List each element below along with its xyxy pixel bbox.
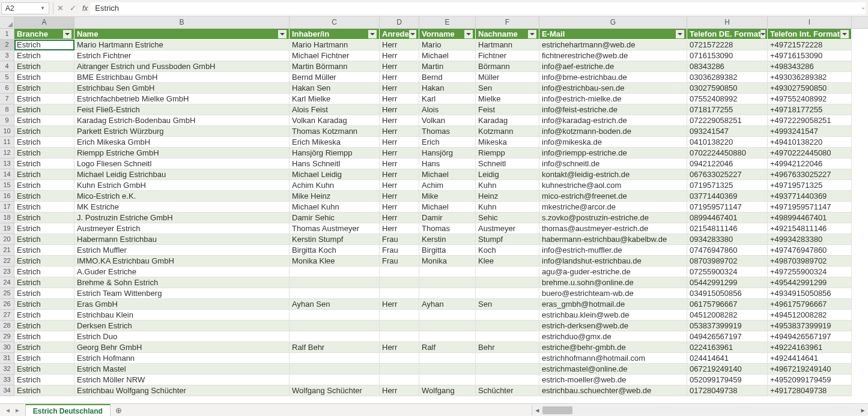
cell[interactable]: Estrich [14,169,74,180]
cell[interactable]: Thomas Kotzmann [290,126,380,137]
row-header[interactable]: 11 [0,137,14,148]
cell[interactable] [290,364,380,375]
tab-nav-prev-icon[interactable]: ◄ [5,407,11,414]
tab-nav-next-icon[interactable]: ► [14,407,20,414]
cell[interactable]: Riempp Estriche GmbH [74,148,290,158]
cell[interactable]: Behr [476,342,539,353]
scroll-left-icon[interactable]: ◄ [532,405,542,415]
column-header-A[interactable]: A [14,17,74,28]
cell[interactable]: J. Postruzin Estriche GmbH [74,213,290,223]
cell[interactable] [476,331,539,342]
row-header[interactable]: 8 [0,104,14,115]
cell[interactable]: Ralf Behr [290,342,380,353]
cell[interactable]: Wolfgang [419,385,476,396]
cell[interactable]: Achim Kuhn [290,180,380,191]
cell[interactable] [419,288,476,299]
cell[interactable]: habermann-estrichbau@kabelbw.de [539,234,687,245]
cell[interactable]: Volkan [419,115,476,126]
formula-input[interactable]: Estrich [90,2,866,14]
cell[interactable]: Thomas [419,126,476,137]
cell[interactable]: 03771440369 [687,191,768,202]
table-header-cell[interactable]: Vorname [419,29,476,40]
cell[interactable]: Karl [419,94,476,104]
expand-formula-bar-icon[interactable]: ⌄ [861,4,866,10]
cell[interactable]: Estrich [14,245,74,256]
cell[interactable]: 0716153090 [687,50,768,61]
cell[interactable]: Klee [476,256,539,267]
cell[interactable]: Estrich [14,158,74,169]
cell[interactable]: Herr [380,115,419,126]
column-header-E[interactable]: E [419,17,476,28]
cell[interactable]: Estrich [14,310,74,321]
cell[interactable]: 08343286 [687,61,768,72]
filter-dropdown-icon[interactable] [676,30,684,38]
cell[interactable]: A.Guder Estriche [74,267,290,277]
cell[interactable]: mkestriche@arcor.de [539,202,687,213]
cell[interactable]: +4934915050856 [768,288,852,299]
cell[interactable]: Leidig [476,169,539,180]
cell[interactable]: Herr [380,342,419,353]
cell[interactable]: Aitranger Estrich und Fussboden GmbH [74,61,290,72]
column-header-H[interactable]: H [687,17,768,28]
cell[interactable]: +498994467401 [768,213,852,223]
cell[interactable]: Herr [380,299,419,310]
column-header-C[interactable]: C [290,17,380,28]
cell[interactable] [380,364,419,375]
cell[interactable]: Estrich [14,61,74,72]
cell[interactable]: Kuhn Estrich GmbH [74,180,290,191]
cell[interactable]: Estrich Muffler [74,245,290,256]
cell[interactable]: info@bme-estrichbau.de [539,72,687,83]
cell[interactable]: Estrich Möller NRW [74,375,290,385]
cell[interactable]: estrichbau.klein@web.de [539,310,687,321]
cell[interactable]: 052099179459 [687,375,768,385]
cell[interactable]: Estrich [14,191,74,202]
cell[interactable]: Sehic [476,213,539,223]
cell[interactable]: Herr [380,191,419,202]
cell[interactable]: 0224163961 [687,342,768,353]
cell[interactable]: Monika Klee [290,256,380,267]
column-header-B[interactable]: B [74,17,290,28]
cell[interactable]: 072229058251 [687,115,768,126]
cell[interactable]: Hakan [419,83,476,94]
cell[interactable]: 0702224450880 [687,148,768,158]
cell[interactable]: estrichduo@gmx.de [539,331,687,342]
cell[interactable]: info@schneitl.de [539,158,687,169]
cell[interactable]: Bernd [419,72,476,83]
cell[interactable]: Estrich Hofmann [74,353,290,364]
filter-dropdown-icon[interactable] [760,30,765,38]
scroll-right-icon[interactable]: ► [858,405,868,415]
cell[interactable]: +49716153090 [768,50,852,61]
cell[interactable]: Estrich [14,50,74,61]
cell[interactable]: Estrich [14,234,74,245]
cell[interactable]: Achim [419,180,476,191]
cell[interactable]: Estrich [14,321,74,331]
cell[interactable] [380,375,419,385]
cell[interactable]: Estrich [14,40,74,50]
row-header[interactable]: 9 [0,115,14,126]
row-header[interactable]: 26 [0,299,14,310]
cell[interactable]: Herr [380,61,419,72]
cell[interactable]: Herr [380,40,419,50]
table-header-cell[interactable]: Name [74,29,290,40]
cell[interactable]: Michael Leidig Estrichbau [74,169,290,180]
row-header[interactable]: 23 [0,267,14,277]
column-header-I[interactable]: I [768,17,852,28]
cell[interactable]: +493027590850 [768,83,852,94]
cell[interactable]: 024414641 [687,353,768,364]
cell[interactable]: Herr [380,94,419,104]
cell[interactable]: +4953837399919 [768,321,852,331]
cell[interactable]: agu@a-guder-estriche.de [539,267,687,277]
cell[interactable]: 08994467401 [687,213,768,223]
cell[interactable]: 03036289382 [687,72,768,83]
cell[interactable]: Herr [380,223,419,234]
row-header[interactable]: 18 [0,213,14,223]
cell[interactable]: Austmeyer Estrich [74,223,290,234]
cell[interactable]: Ayhan Sen [290,299,380,310]
cell[interactable] [290,331,380,342]
row-header[interactable]: 30 [0,342,14,353]
row-header[interactable]: 32 [0,364,14,375]
cell[interactable]: Hansjörg [419,148,476,158]
cell[interactable]: Herr [380,50,419,61]
cell[interactable]: Estrich [14,83,74,94]
cell[interactable] [476,310,539,321]
